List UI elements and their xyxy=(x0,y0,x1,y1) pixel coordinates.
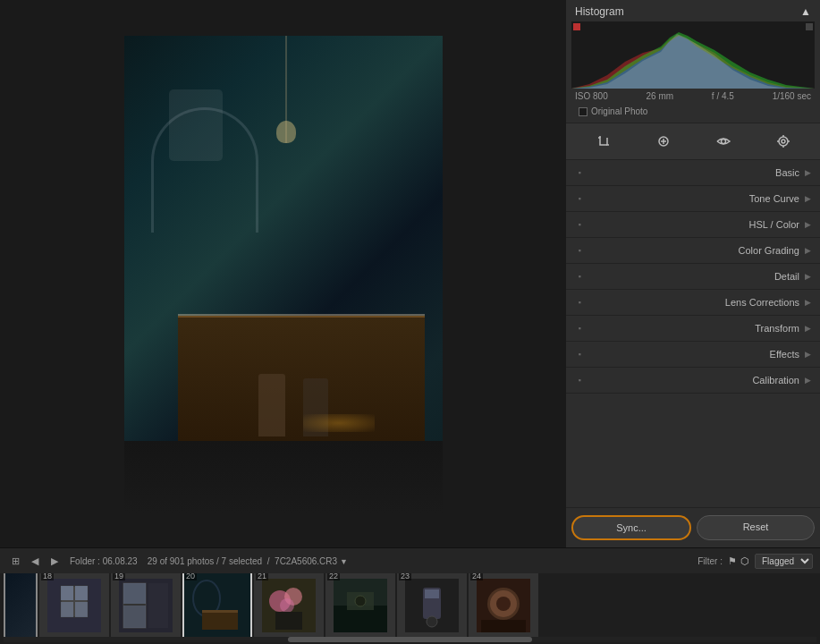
tool-row xyxy=(566,123,820,160)
thumbnail-18[interactable]: 18 xyxy=(39,573,109,637)
prev-icon[interactable]: ◀ xyxy=(27,553,43,569)
basic-panel[interactable]: ▪ Basic ▶ xyxy=(566,160,820,186)
hsl-collapse-icon: ▪ xyxy=(575,220,584,229)
thumb-number-18: 18 xyxy=(41,573,54,580)
filmstrip-thumbnails: 18 19 xyxy=(0,573,820,637)
aperture-value: f / 4.5 xyxy=(712,91,734,101)
calibration-panel[interactable]: ▪ Calibration ▶ xyxy=(566,368,820,394)
transform-label: Transform xyxy=(589,323,799,334)
tone-curve-panel[interactable]: ▪ Tone Curve ▶ xyxy=(566,186,820,212)
sync-button[interactable]: Sync... xyxy=(571,515,691,540)
calibration-label: Calibration xyxy=(589,375,799,386)
basic-panel-arrow: ▶ xyxy=(805,168,811,177)
effects-arrow: ▶ xyxy=(805,350,811,359)
filmstrip-scrollbar-thumb[interactable] xyxy=(288,637,532,642)
svg-rect-30 xyxy=(275,612,302,630)
svg-rect-1 xyxy=(573,23,580,30)
filmstrip-info: Folder : 06.08.23 29 of 901 photos / 7 s… xyxy=(70,556,690,566)
filter-select[interactable]: Flagged All Rated xyxy=(755,554,813,569)
effects-panel[interactable]: ▪ Effects ▶ xyxy=(566,342,820,368)
reset-button[interactable]: Reset xyxy=(697,515,815,540)
lens-arrow: ▶ xyxy=(805,298,811,307)
tone-curve-label: Tone Curve xyxy=(589,193,799,204)
thumbnail-23[interactable]: 23 xyxy=(397,573,467,637)
color-grading-panel[interactable]: ▪ Color Grading ▶ xyxy=(566,238,820,264)
histogram-canvas xyxy=(571,21,815,89)
masking-tool[interactable] xyxy=(771,129,796,154)
heal-tool[interactable] xyxy=(651,129,676,154)
svg-point-42 xyxy=(496,597,511,611)
flag-color-icon[interactable]: ⬡ xyxy=(740,555,749,567)
svg-point-6 xyxy=(782,140,785,143)
effects-collapse-icon: ▪ xyxy=(575,350,584,359)
lens-corrections-panel[interactable]: ▪ Lens Corrections ▶ xyxy=(566,290,820,316)
thumbnail-24[interactable]: 24 xyxy=(469,573,538,637)
svg-rect-25 xyxy=(202,610,238,613)
histogram-section: Histogram ▲ xyxy=(566,0,820,123)
photo-count: 29 of 901 photos / 7 selected xyxy=(148,556,262,566)
transform-panel[interactable]: ▪ Transform ▶ xyxy=(566,316,820,342)
histogram-info: ISO 800 26 mm f / 4.5 1/160 sec xyxy=(571,89,815,104)
thumbnail-20[interactable]: 20 xyxy=(182,573,252,637)
iso-value: ISO 800 xyxy=(575,91,608,101)
tone-curve-arrow: ▶ xyxy=(805,194,811,203)
thumbnail-22[interactable]: 22 xyxy=(325,573,395,637)
next-icon[interactable]: ▶ xyxy=(46,553,63,569)
grid-view-icon[interactable]: ⊞ xyxy=(7,553,23,569)
lens-collapse-icon: ▪ xyxy=(575,298,584,307)
effects-label: Effects xyxy=(589,349,799,360)
filter-label: Filter : xyxy=(697,556,723,566)
shutter-value: 1/160 sec xyxy=(773,91,811,101)
detail-arrow: ▶ xyxy=(805,272,811,281)
original-photo-checkbox[interactable] xyxy=(579,107,588,116)
thumb-number-19: 19 xyxy=(113,573,125,580)
filename-dropdown-icon[interactable]: ▼ xyxy=(340,557,348,566)
thumbnail-21[interactable]: 21 xyxy=(254,573,324,637)
svg-rect-24 xyxy=(202,612,238,630)
thumb-number-22: 22 xyxy=(327,573,340,580)
photo-container xyxy=(124,36,443,513)
current-photo-thumb[interactable] xyxy=(4,573,38,637)
crop-tool[interactable] xyxy=(591,129,616,154)
red-eye-tool[interactable] xyxy=(711,129,736,154)
focal-value: 26 mm xyxy=(646,91,673,101)
svg-rect-21 xyxy=(148,583,168,628)
lens-corrections-label: Lens Corrections xyxy=(589,297,799,308)
thumb-number-20: 20 xyxy=(184,573,197,580)
photo-image xyxy=(124,36,443,513)
thumb-number-24: 24 xyxy=(470,573,483,580)
svg-rect-16 xyxy=(75,602,88,617)
histogram-expand-icon[interactable]: ▲ xyxy=(800,5,811,18)
photo-panel xyxy=(0,0,566,547)
current-filename: 7C2A5606.CR3 xyxy=(275,556,337,566)
filmstrip-icons: ⊞ ◀ ▶ xyxy=(7,553,63,569)
histogram-title: Histogram xyxy=(575,5,624,18)
svg-rect-14 xyxy=(75,586,88,600)
detail-label: Detail xyxy=(589,271,799,282)
tone-curve-collapse-icon: ▪ xyxy=(575,194,584,203)
detail-panel[interactable]: ▪ Detail ▶ xyxy=(566,264,820,290)
hsl-arrow: ▶ xyxy=(805,220,811,229)
svg-rect-15 xyxy=(61,602,73,617)
svg-rect-13 xyxy=(61,586,73,600)
filmstrip-scrollbar[interactable] xyxy=(4,637,816,642)
transform-collapse-icon: ▪ xyxy=(575,324,584,333)
original-photo-row: Original Photo xyxy=(571,104,815,119)
sync-reset-row: Sync... Reset xyxy=(566,507,820,547)
color-grading-arrow: ▶ xyxy=(805,246,811,255)
svg-rect-43 xyxy=(481,620,526,632)
folder-name: Folder : 06.08.23 xyxy=(70,556,138,566)
basic-collapse-icon: ▪ xyxy=(575,168,584,177)
svg-rect-20 xyxy=(123,606,146,628)
flag-white-icon[interactable]: ⚑ xyxy=(728,555,737,567)
hsl-color-panel[interactable]: ▪ HSL / Color ▶ xyxy=(566,212,820,238)
panels-list: ▪ Basic ▶ ▪ Tone Curve ▶ ▪ HSL / Color ▶… xyxy=(566,160,820,507)
svg-point-29 xyxy=(280,598,294,613)
hsl-color-label: HSL / Color xyxy=(589,219,799,230)
thumbnail-19[interactable]: 19 xyxy=(111,573,181,637)
calibration-arrow: ▶ xyxy=(805,376,811,385)
right-panel: Histogram ▲ xyxy=(566,0,820,547)
thumb-number-21: 21 xyxy=(256,573,268,580)
calibration-collapse-icon: ▪ xyxy=(575,376,584,385)
svg-point-5 xyxy=(779,137,788,146)
